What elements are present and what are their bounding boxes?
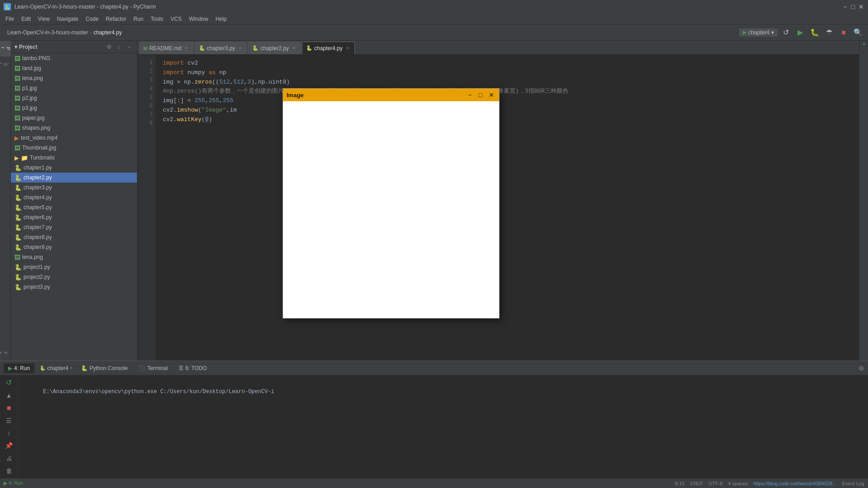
tab-readme[interactable]: M README.md × <box>139 42 194 54</box>
tab-chapter4-close[interactable]: × <box>344 45 351 52</box>
panel-close-icon[interactable]: − <box>124 42 133 52</box>
tree-item-chapter8[interactable]: 🐍chapter8.py <box>11 232 137 242</box>
bottom-tab-run[interactable]: ▶ 4: Run <box>4 363 34 373</box>
tree-item-chapter4[interactable]: 🐍chapter4.py <box>11 192 137 202</box>
status-link[interactable]: https://blog.csdn.net/weixin4384028... <box>753 481 836 486</box>
close-button[interactable]: ✕ <box>858 4 864 10</box>
menu-view[interactable]: View <box>34 15 53 23</box>
main-toolbar: Learn-OpenCV-in-3-hours-master › chapter… <box>0 24 868 41</box>
breadcrumb-project[interactable]: Learn-OpenCV-in-3-hours-master <box>7 29 88 36</box>
tree-item-chapter2[interactable]: 🐍chapter2.py <box>11 173 137 183</box>
stop-button[interactable]: ■ <box>837 26 850 39</box>
menu-file[interactable]: File <box>2 15 18 23</box>
run-output-text: E:\Anaconda3\envs\opencv\python.exe C:/U… <box>43 389 274 395</box>
maximize-button[interactable]: □ <box>850 4 856 10</box>
tree-item-lena[interactable]: 🖼lena.png <box>11 73 137 83</box>
tree-item-chapter3[interactable]: 🐍chapter3.py <box>11 183 137 192</box>
fw-minimize-button[interactable]: − <box>466 91 474 99</box>
tree-item-p2[interactable]: 🖼p2.jpg <box>11 93 137 103</box>
tab-chapter3[interactable]: 🐍 chapter3.py × <box>195 42 248 54</box>
coverage-button[interactable]: ☂ <box>823 26 835 39</box>
status-run-icon[interactable]: ▶ 4: Run <box>4 480 23 486</box>
tree-item-thumbnail[interactable]: 🖼Thumbnail.jpg <box>11 143 137 153</box>
refresh-button[interactable]: ↺ <box>779 26 792 39</box>
tree-item-lambo[interactable]: 🖼lambo.PNG <box>11 53 137 63</box>
tree-item-tumbnails[interactable]: ▶📁Tumbnails <box>11 153 137 163</box>
tab-chapter2-close[interactable]: × <box>291 45 297 52</box>
tab-chapter3-close[interactable]: × <box>237 45 243 52</box>
bottom-tab-todo[interactable]: ☰ 6: TODO <box>174 363 212 373</box>
debug-button[interactable]: 🐛 <box>808 26 821 39</box>
menu-run[interactable]: Run <box>130 15 147 23</box>
bottom-tabs: ▶ 4: Run 🐍 chapter4 × 🐍 Python Console ⬛… <box>0 361 868 375</box>
status-left: ▶ 4: Run <box>4 480 23 486</box>
panel-settings-icon[interactable]: ⚙ <box>104 42 113 52</box>
tab-chapter2[interactable]: 🐍 chapter2.py × <box>248 42 301 54</box>
run-sidebar: ↺ ▲ ■ ☰ ↕ 📌 🖨 🗑 <box>0 375 18 478</box>
bottom-tab-python-console[interactable]: 🐍 Python Console <box>76 363 132 373</box>
tree-item-lena2[interactable]: 🖼lena.png <box>11 252 137 262</box>
menu-navigate[interactable]: Navigate <box>53 15 82 23</box>
vtab-favorites[interactable]: 2:Fav <box>0 345 11 361</box>
run-filter-button[interactable]: ☰ <box>3 415 15 426</box>
menu-vcs[interactable]: VCS <box>167 15 185 23</box>
tree-item-project3[interactable]: 🐍project3.py <box>11 282 137 292</box>
tree-item-chapter7[interactable]: 🐍chapter7.py <box>11 222 137 232</box>
tree-item-land[interactable]: 🖼land.jpg <box>11 63 137 73</box>
tab-chapter4[interactable]: 🐍 chapter4.py × <box>302 42 355 54</box>
floating-window-content <box>283 101 499 318</box>
breadcrumb-file[interactable]: chapter4.py <box>94 29 122 36</box>
img-icon: 🖼 <box>14 85 20 92</box>
tree-item-test-video[interactable]: ▶test_video.mp4 <box>11 133 137 143</box>
tree-item-paper[interactable]: 🖼paper.jpg <box>11 113 137 123</box>
menu-refactor[interactable]: Refactor <box>102 15 130 23</box>
menu-window[interactable]: Window <box>185 15 212 23</box>
run-scroll-button[interactable]: ↕ <box>3 428 15 439</box>
vtab-project[interactable]: 1:Proj <box>0 41 11 56</box>
menu-tools[interactable]: Tools <box>147 15 167 23</box>
status-event-log[interactable]: Event Log <box>842 481 864 486</box>
tree-item-project1[interactable]: 🐍project1.py <box>11 262 137 272</box>
run-delete-button[interactable]: 🗑 <box>3 465 15 476</box>
tree-item-shapes[interactable]: 🖼shapes.png <box>11 123 137 133</box>
run-config-selector[interactable]: ▶ chapter4 ▾ <box>739 28 778 37</box>
tree-item-chapter9[interactable]: 🐍chapter9.py <box>11 242 137 252</box>
menu-edit[interactable]: Edit <box>18 15 34 23</box>
bottom-panel-settings[interactable]: ⚙ <box>859 365 864 372</box>
run-badge-close[interactable]: × <box>70 366 73 371</box>
tree-item-chapter5[interactable]: 🐍chapter5.py <box>11 202 137 212</box>
minimize-button[interactable]: − <box>842 4 848 10</box>
run-rerun-button[interactable]: ↺ <box>3 377 15 388</box>
run-print-button[interactable]: 🖨 <box>3 453 15 464</box>
fw-close-button[interactable]: ✕ <box>487 91 495 99</box>
floating-window-title-bar[interactable]: Image − □ ✕ <box>283 89 499 101</box>
status-indent[interactable]: 4 spaces <box>728 481 748 486</box>
project-panel-header: ▾ Project ⚙ ↕ − <box>11 41 137 53</box>
tree-item-p3[interactable]: 🖼p3.jpg <box>11 103 137 113</box>
run-button[interactable]: ▶ <box>794 26 807 39</box>
project-panel-title[interactable]: ▾ Project <box>14 44 38 50</box>
panel-expand-icon[interactable]: ↕ <box>114 42 123 52</box>
run-pin-button[interactable]: 📌 <box>3 440 15 451</box>
tree-item-project2[interactable]: 🐍project2.py <box>11 272 137 282</box>
run-stop-button[interactable]: ■ <box>3 403 15 413</box>
menu-help[interactable]: Help <box>212 15 231 23</box>
tree-item-chapter1[interactable]: 🐍chapter1.py <box>11 163 137 173</box>
tab-readme-close[interactable]: × <box>184 45 190 52</box>
run-output: E:\Anaconda3\envs\opencv\python.exe C:/U… <box>18 375 868 478</box>
vtab-structure[interactable]: 2:Str <box>0 56 11 72</box>
run-up-button[interactable]: ▲ <box>3 390 15 401</box>
status-line-ending[interactable]: CRLF <box>690 481 703 486</box>
img-icon: 🖼 <box>14 65 20 72</box>
fw-maximize-button[interactable]: □ <box>476 91 485 99</box>
tree-item-p1[interactable]: 🖼p1.jpg <box>11 83 137 93</box>
bottom-tab-terminal[interactable]: ⬛ Terminal <box>134 363 172 373</box>
search-everywhere-button[interactable]: 🔍 <box>852 26 864 39</box>
tree-item-chapter6[interactable]: 🐍chapter6.py <box>11 212 137 222</box>
code-content[interactable]: import cv2 import numpy as np img = np.z… <box>156 55 859 361</box>
status-position[interactable]: 8:15 <box>675 481 684 486</box>
run-config-badge: 🐍 chapter4 × <box>38 364 75 372</box>
menu-code[interactable]: Code <box>82 15 102 23</box>
status-encoding[interactable]: UTF-8 <box>708 481 722 486</box>
bottom-panel: ▶ 4: Run 🐍 chapter4 × 🐍 Python Console ⬛… <box>0 361 868 478</box>
